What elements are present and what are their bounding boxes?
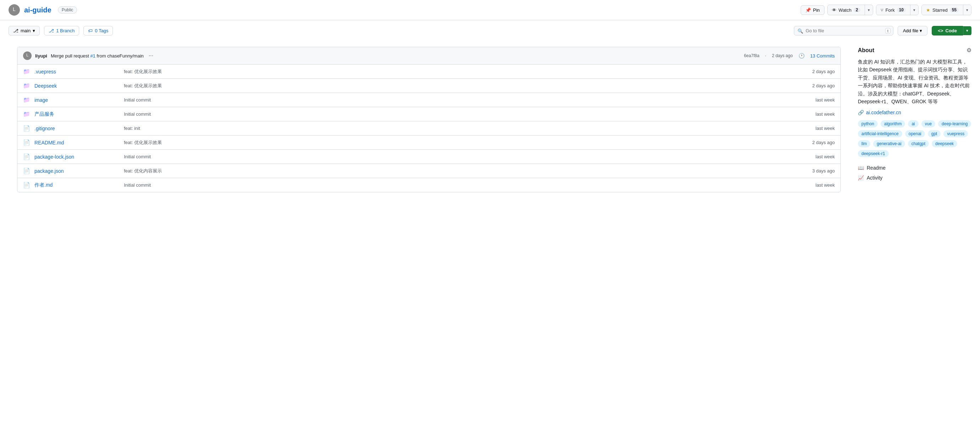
- branch-count-link[interactable]: ⎇ 1 Branch: [44, 26, 79, 35]
- fork-count: 10: [897, 8, 906, 13]
- file-time: last week: [816, 183, 835, 188]
- commit-more-button[interactable]: ···: [149, 52, 153, 59]
- topic-tag[interactable]: artificial-intelligence: [858, 130, 902, 137]
- search-input[interactable]: [794, 26, 893, 35]
- eye-icon: 👁: [832, 8, 837, 13]
- star-count: 55: [950, 8, 959, 13]
- code-dropdown-button[interactable]: ▾: [963, 26, 972, 35]
- file-name[interactable]: .gitignore: [35, 125, 120, 131]
- file-time: last week: [816, 97, 835, 103]
- tag-count-link[interactable]: 🏷 0 Tags: [83, 26, 113, 35]
- repo-name[interactable]: ai-guide: [24, 6, 51, 14]
- topic-tag[interactable]: deepseek: [932, 140, 957, 147]
- commit-sha[interactable]: 6ea7f8a: [744, 53, 759, 58]
- tags-container: pythonalgorithmaivuedeep-learningartific…: [858, 120, 972, 157]
- file-icon: 📄: [23, 153, 30, 160]
- link-icon: 🔗: [858, 110, 864, 115]
- folder-icon: 📁: [23, 82, 30, 89]
- topic-tag[interactable]: ai: [908, 120, 918, 127]
- commit-time: ·: [765, 53, 766, 58]
- file-name[interactable]: Deepseek: [35, 83, 120, 89]
- star-dropdown-button[interactable]: ▾: [963, 6, 971, 14]
- file-name[interactable]: README.md: [35, 140, 120, 146]
- topic-tag[interactable]: vuepress: [943, 130, 968, 137]
- tag-icon: 🏷: [88, 28, 93, 33]
- commit-message: Merge pull request #1 from chaseFunny/ma…: [51, 53, 144, 59]
- file-icon: 📄: [23, 139, 30, 146]
- file-commit-message: Initial commit: [124, 183, 811, 188]
- clock-icon: 🕐: [799, 53, 805, 59]
- folder-icon: 📁: [23, 111, 30, 118]
- topic-tag[interactable]: gpt: [928, 130, 941, 137]
- watch-dropdown-button[interactable]: ▾: [865, 6, 873, 14]
- commit-author[interactable]: liyupi: [35, 53, 47, 59]
- add-file-button[interactable]: Add file ▾: [897, 26, 928, 35]
- header-actions: 📌 Pin 👁 Watch 2 ▾ ⑂ Fork 10 ▾: [801, 5, 972, 15]
- fork-button[interactable]: ⑂ Fork 10: [876, 6, 910, 14]
- file-commit-message: feat: 优化展示效果: [124, 68, 808, 75]
- star-button[interactable]: ★ Starred 55: [922, 6, 963, 14]
- list-item: 📁imageInitial commitlast week: [18, 93, 840, 107]
- topic-tag[interactable]: generative-ai: [873, 140, 905, 147]
- file-time: 2 days ago: [812, 69, 835, 74]
- fork-dropdown-button[interactable]: ▾: [910, 6, 918, 14]
- file-commit-message: feat: 优化展示效果: [124, 140, 808, 146]
- folder-icon: 📁: [23, 68, 30, 75]
- avatar: L: [8, 4, 20, 16]
- topic-tag[interactable]: deepseek-r1: [858, 150, 889, 157]
- file-table: L liyupi Merge pull request #1 from chas…: [17, 47, 841, 192]
- about-link[interactable]: 🔗 ai.codefather.cn: [858, 110, 972, 115]
- file-list: 📁.vuepressfeat: 优化展示效果2 days ago📁Deepsee…: [18, 65, 840, 192]
- list-item: 📁产品服务Initial commitlast week: [18, 107, 840, 121]
- search-key: t: [885, 28, 891, 34]
- svg-text:L: L: [13, 6, 16, 12]
- file-name[interactable]: package.json: [35, 168, 120, 174]
- pin-button[interactable]: 📌 Pin: [801, 5, 824, 15]
- search-icon: 🔍: [797, 28, 803, 33]
- file-icon: 📄: [23, 125, 30, 132]
- about-description: 鱼皮的 AI 知识库，汇总热门的 AI 大模型和工具，比如 Deepseek 使…: [858, 58, 972, 105]
- repo-toolbar: ⎇ main ▾ ⎇ 1 Branch 🏷 0 Tags 🔍 t Add fil…: [0, 20, 980, 41]
- watch-button[interactable]: 👁 Watch 2: [828, 6, 865, 14]
- commits-link[interactable]: 13 Commits: [810, 53, 835, 59]
- file-icon: 📄: [23, 167, 30, 174]
- topic-tag[interactable]: deep-learning: [938, 120, 971, 127]
- branch-selector-button[interactable]: ⎇ main ▾: [8, 26, 40, 35]
- file-time: last week: [816, 125, 835, 131]
- file-time: 2 days ago: [812, 83, 835, 88]
- latest-commit-row: L liyupi Merge pull request #1 from chas…: [18, 47, 840, 65]
- star-icon: ★: [926, 8, 930, 13]
- readme-link[interactable]: 📖 Readme: [858, 163, 972, 173]
- activity-icon: 📈: [858, 175, 864, 181]
- topic-tag[interactable]: llm: [858, 140, 870, 147]
- file-time: last week: [816, 154, 835, 159]
- file-name[interactable]: 作者.md: [35, 182, 120, 188]
- repo-header: L ai-guide Public 📌 Pin 👁 Watch 2 ▾ ⑂ Fo…: [0, 0, 980, 20]
- main-content: L liyupi Merge pull request #1 from chas…: [0, 47, 980, 201]
- pr-link[interactable]: #1: [90, 53, 95, 59]
- list-item: 📄README.mdfeat: 优化展示效果2 days ago: [18, 135, 840, 150]
- gear-icon[interactable]: ⚙: [967, 47, 972, 54]
- topic-tag[interactable]: python: [858, 120, 878, 127]
- visibility-badge: Public: [58, 6, 77, 13]
- topic-tag[interactable]: vue: [921, 120, 935, 127]
- file-name[interactable]: 产品服务: [35, 111, 120, 118]
- search-wrap: 🔍 t: [794, 26, 893, 35]
- topic-tag[interactable]: openai: [905, 130, 925, 137]
- file-name[interactable]: .vuepress: [35, 69, 120, 75]
- list-item: 📁.vuepressfeat: 优化展示效果2 days ago: [18, 65, 840, 79]
- list-item: 📄.gitignorefeat: initlast week: [18, 121, 840, 135]
- book-icon: 📖: [858, 165, 864, 171]
- code-button[interactable]: <> Code: [932, 26, 963, 35]
- list-item: 📄package-lock.jsonInitial commitlast wee…: [18, 150, 840, 164]
- topic-tag[interactable]: chatgpt: [908, 140, 929, 147]
- list-item: 📄package.jsonfeat: 优化内容展示3 days ago: [18, 164, 840, 178]
- watch-button-group: 👁 Watch 2 ▾: [827, 5, 873, 15]
- file-name[interactable]: image: [35, 97, 120, 103]
- list-item: 📄作者.mdInitial commitlast week: [18, 178, 840, 192]
- topic-tag[interactable]: algorithm: [881, 120, 905, 127]
- activity-link[interactable]: 📈 Activity: [858, 173, 972, 183]
- file-commit-message: Initial commit: [124, 154, 811, 159]
- file-name[interactable]: package-lock.json: [35, 154, 120, 160]
- add-file-chevron-icon: ▾: [920, 28, 922, 33]
